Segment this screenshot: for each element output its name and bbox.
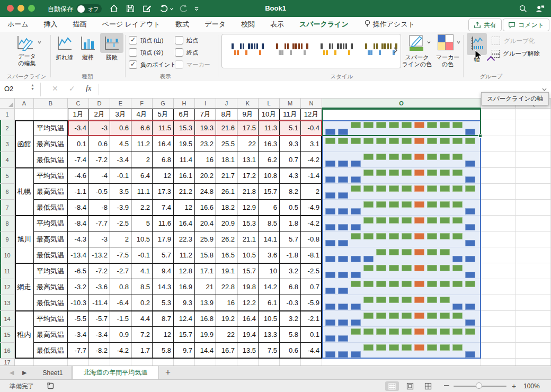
value-cell[interactable]: -1.1 [68, 184, 89, 200]
value-cell[interactable]: 13.9 [195, 295, 216, 311]
value-cell[interactable]: 2 [131, 152, 153, 168]
value-cell[interactable]: 0.7 [280, 152, 301, 168]
value-cell[interactable]: 4.3 [280, 168, 301, 184]
value-cell[interactable]: 19.5 [174, 136, 195, 152]
value-cell[interactable]: 5.8 [280, 327, 301, 343]
value-cell[interactable]: 12 [174, 200, 195, 216]
cell-Q[interactable] [516, 136, 551, 152]
row-header-5[interactable]: 5 [0, 168, 15, 184]
sparkline-cell[interactable] [322, 216, 481, 231]
value-cell[interactable]: 21.7 [216, 168, 237, 184]
cell-row17[interactable] [110, 359, 131, 366]
value-cell[interactable]: -3 [89, 120, 110, 136]
value-cell[interactable]: -4.3 [68, 231, 89, 247]
add-sheet-button[interactable]: + [165, 367, 171, 378]
value-cell[interactable]: -11.4 [89, 295, 110, 311]
share-button[interactable]: 共有 [468, 19, 502, 31]
value-cell[interactable]: 16.9 [174, 279, 195, 295]
cell-Q[interactable] [516, 168, 551, 184]
row-header-9[interactable]: 9 [0, 231, 15, 247]
value-cell[interactable]: -4.2 [301, 216, 322, 231]
cell-Q[interactable] [516, 120, 551, 136]
value-cell[interactable]: -3.2 [68, 279, 89, 295]
checkbox-box[interactable] [129, 48, 137, 57]
value-cell[interactable]: -5.5 [68, 311, 89, 327]
value-cell[interactable]: 5.8 [153, 343, 174, 359]
value-cell[interactable]: 16.3 [259, 136, 280, 152]
value-cell[interactable]: 8.7 [153, 311, 174, 327]
column-header-B[interactable]: B [34, 99, 68, 109]
value-cell[interactable]: -8.2 [89, 343, 110, 359]
column-header-H[interactable]: H [174, 99, 195, 109]
sparkline-cell[interactable] [322, 295, 481, 311]
row-header-1[interactable]: 1 [0, 109, 15, 120]
value-cell[interactable]: 6.4 [131, 168, 153, 184]
expand-formula-bar-icon[interactable] [541, 87, 547, 92]
value-cell[interactable]: 13.3 [259, 327, 280, 343]
cell-Q[interactable] [516, 200, 551, 216]
ungroup-button[interactable]: グループ解除 [492, 49, 550, 58]
ribbon-tab[interactable]: 描画 [72, 17, 88, 31]
series-label-cell[interactable]: 平均気温 [34, 263, 68, 279]
value-cell[interactable]: 9.3 [174, 295, 195, 311]
cell-Q[interactable] [516, 279, 551, 295]
cell-P[interactable] [481, 263, 516, 279]
value-cell[interactable]: 11.6 [153, 216, 174, 231]
value-cell[interactable]: 2 [110, 231, 131, 247]
value-cell[interactable]: 3.1 [301, 136, 322, 152]
value-cell[interactable]: 4.1 [131, 263, 153, 279]
value-cell[interactable]: 11.1 [131, 184, 153, 200]
cell-row17[interactable] [481, 359, 516, 366]
cell-row17[interactable] [516, 359, 551, 366]
value-cell[interactable]: -6.5 [68, 263, 89, 279]
cell-Q[interactable] [516, 327, 551, 343]
value-cell[interactable]: -7.2 [89, 152, 110, 168]
value-cell[interactable]: 0.9 [110, 327, 131, 343]
value-cell[interactable]: 21.6 [216, 120, 237, 136]
type-winloss-button[interactable]: 勝敗 [100, 33, 123, 65]
value-cell[interactable]: 9.3 [280, 136, 301, 152]
value-cell[interactable]: -7.2 [89, 263, 110, 279]
value-cell[interactable]: 16.7 [216, 343, 237, 359]
value-cell[interactable]: 16.4 [237, 311, 259, 327]
cell-P[interactable] [481, 311, 516, 327]
type-line-button[interactable]: 折れ線 [54, 33, 76, 65]
value-cell[interactable]: 12.9 [237, 200, 259, 216]
value-cell[interactable]: 5.1 [280, 120, 301, 136]
value-cell[interactable]: 7.2 [131, 327, 153, 343]
row-header-14[interactable]: 14 [0, 311, 15, 327]
cell-row17[interactable] [153, 359, 174, 366]
cell-row17[interactable] [174, 359, 195, 366]
cell-Q[interactable] [516, 295, 551, 311]
value-cell[interactable]: 22 [237, 136, 259, 152]
cell-Q[interactable] [516, 216, 551, 231]
cell-P[interactable] [481, 231, 516, 247]
value-cell[interactable]: -4.9 [301, 200, 322, 216]
month-header-cell[interactable]: 3月 [110, 109, 131, 120]
column-header-I[interactable]: I [195, 99, 216, 109]
row-header-11[interactable]: 11 [0, 263, 15, 279]
series-label-cell[interactable]: 最高気温 [34, 184, 68, 200]
style-gallery[interactable] [221, 34, 401, 68]
month-header-cell[interactable]: 5月 [153, 109, 174, 120]
value-cell[interactable]: 19.3 [195, 120, 216, 136]
search-icon[interactable] [518, 4, 528, 13]
series-label-cell[interactable]: 最高気温 [34, 136, 68, 152]
value-cell[interactable]: 6.8 [280, 279, 301, 295]
cell-Q[interactable] [516, 247, 551, 263]
ribbon-tab[interactable]: ページ レイアウト [101, 17, 162, 31]
cell-Q[interactable] [516, 152, 551, 168]
value-cell[interactable]: 12 [153, 327, 174, 343]
value-cell[interactable]: -2.1 [301, 311, 322, 327]
month-header-cell[interactable]: 7月 [195, 109, 216, 120]
value-cell[interactable]: 11.4 [174, 152, 195, 168]
month-header-cell[interactable]: 1月 [68, 109, 89, 120]
formula-input[interactable] [102, 81, 536, 98]
value-cell[interactable]: 10.8 [259, 168, 280, 184]
value-cell[interactable]: 0.1 [301, 327, 322, 343]
value-cell[interactable]: 14.4 [195, 343, 216, 359]
value-cell[interactable]: 17.5 [237, 120, 259, 136]
value-cell[interactable]: 4.5 [110, 136, 131, 152]
value-cell[interactable]: -5.7 [89, 311, 110, 327]
series-label-cell[interactable]: 平均気温 [34, 120, 68, 136]
